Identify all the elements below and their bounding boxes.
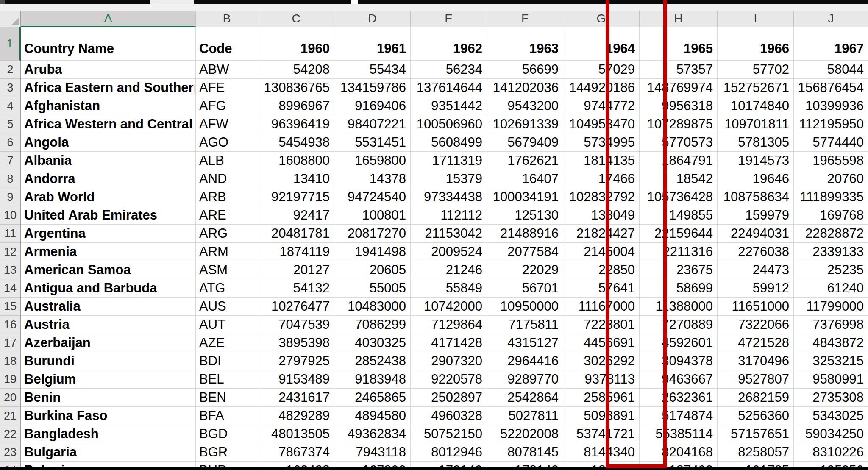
cell-value[interactable]: 9220578 [411, 370, 487, 389]
cell-value[interactable]: 137614644 [411, 79, 487, 97]
cell-value[interactable]: 14378 [334, 170, 411, 188]
cell-value[interactable]: 141202036 [487, 79, 563, 97]
cell-value[interactable]: 2465865 [334, 389, 411, 407]
row-header[interactable]: 23 [0, 443, 21, 462]
row-header[interactable]: 20 [0, 389, 21, 407]
cell-value[interactable]: 59912 [718, 279, 794, 298]
cell-country-code[interactable]: ARB [196, 188, 258, 206]
cell-value[interactable]: 8310226 [794, 443, 868, 462]
cell-value[interactable]: 2502897 [411, 389, 487, 407]
cell-value[interactable]: 100506960 [411, 115, 487, 133]
column-header-g[interactable]: G [563, 11, 640, 27]
cell-value[interactable]: 59034250 [794, 425, 868, 443]
cell-value[interactable]: 49362834 [334, 425, 411, 443]
cell-value[interactable]: 21246 [411, 261, 487, 279]
cell-value[interactable]: 55385114 [640, 425, 718, 443]
cell-value[interactable]: 5256360 [718, 407, 794, 425]
column-header-i[interactable]: I [718, 11, 794, 27]
cell-value[interactable]: 1914573 [718, 152, 794, 170]
cell-value[interactable]: 8204168 [640, 443, 718, 462]
cell-country-code[interactable]: ARG [196, 225, 258, 243]
cell-country-code[interactable]: BEL [196, 370, 258, 389]
cell-value[interactable]: 134159786 [334, 79, 411, 97]
cell-value[interactable]: 3094378 [640, 352, 718, 370]
cell-value[interactable]: 144920186 [563, 79, 640, 97]
cell-value[interactable]: 3253215 [794, 352, 868, 370]
cell-value[interactable]: 112195950 [794, 115, 868, 133]
cell-value[interactable]: 15379 [411, 170, 487, 188]
cell-country-name[interactable]: Benin [21, 389, 196, 407]
cell-value[interactable]: 159979 [718, 206, 794, 225]
column-header-c[interactable]: C [258, 11, 334, 27]
cell-value[interactable]: 10483000 [334, 298, 411, 316]
cell-value[interactable]: 4829289 [258, 407, 334, 425]
row-header[interactable]: 22 [0, 425, 21, 443]
cell-value[interactable]: 2009524 [411, 243, 487, 261]
cell-value[interactable]: 94724540 [334, 188, 411, 206]
row-header[interactable]: 2 [0, 61, 21, 79]
cell-value[interactable]: 4030325 [334, 334, 411, 352]
row-header[interactable]: 5 [0, 115, 21, 133]
cell-value[interactable]: 8996967 [258, 97, 334, 115]
row-header[interactable]: 16 [0, 316, 21, 334]
cell-country-code[interactable]: ATG [196, 279, 258, 298]
cell-value[interactable]: 8258057 [718, 443, 794, 462]
cell-value[interactable]: 20127 [258, 261, 334, 279]
cell-a1-country-name-header[interactable]: Country Name [21, 27, 196, 61]
cell-country-name[interactable]: Angola [21, 133, 196, 152]
cell-value[interactable]: 1814135 [563, 152, 640, 170]
cell-value[interactable]: 10950000 [487, 298, 563, 316]
cell-value[interactable]: 107289875 [640, 115, 718, 133]
cell-value[interactable]: 9580991 [794, 370, 868, 389]
cell-value[interactable]: 22850 [563, 261, 640, 279]
row-header[interactable]: 17 [0, 334, 21, 352]
cell-value[interactable]: 1941498 [334, 243, 411, 261]
cell-value[interactable]: 21488916 [487, 225, 563, 243]
cell-value[interactable]: 2211316 [640, 243, 718, 261]
cell-value[interactable]: 9956318 [640, 97, 718, 115]
cell-value[interactable]: 7047539 [258, 316, 334, 334]
cell-value[interactable]: 97334438 [411, 188, 487, 206]
cell-country-name[interactable]: Aruba [21, 61, 196, 79]
cell-value[interactable]: 138049 [563, 206, 640, 225]
row-header-1[interactable]: 1 [0, 27, 21, 61]
cell-year-header[interactable]: 1960 [258, 27, 334, 61]
cell-value[interactable]: 7270889 [640, 316, 718, 334]
cell-country-name[interactable]: Africa Western and Central [21, 115, 196, 133]
cell-country-code[interactable]: BGR [196, 443, 258, 462]
row-header[interactable]: 15 [0, 298, 21, 316]
cell-value[interactable]: 21153042 [411, 225, 487, 243]
cell-country-code[interactable]: BFA [196, 407, 258, 425]
cell-value[interactable]: 11388000 [640, 298, 718, 316]
column-header-b[interactable]: B [196, 11, 258, 27]
cell-value[interactable]: 8012946 [411, 443, 487, 462]
cell-value[interactable]: 5781305 [718, 133, 794, 152]
cell-value[interactable]: 8078145 [487, 443, 563, 462]
row-header[interactable]: 3 [0, 79, 21, 97]
cell-value[interactable]: 2682159 [718, 389, 794, 407]
cell-value[interactable]: 1864791 [640, 152, 718, 170]
column-header-d[interactable]: D [334, 11, 411, 27]
cell-value[interactable]: 5454938 [258, 133, 334, 152]
cell-year-header[interactable]: 1965 [640, 27, 718, 61]
cell-value[interactable]: 9527807 [718, 370, 794, 389]
cell-country-name[interactable]: Burkina Faso [21, 407, 196, 425]
cell-country-name[interactable]: Afghanistan [21, 97, 196, 115]
cell-value[interactable]: 5343025 [794, 407, 868, 425]
cell-country-name[interactable]: Antigua and Barbuda [21, 279, 196, 298]
cell-value[interactable]: 148769974 [640, 79, 718, 97]
column-header-j[interactable]: J [794, 11, 868, 27]
cell-year-header[interactable]: 1964 [563, 27, 640, 61]
row-header[interactable]: 8 [0, 170, 21, 188]
cell-value[interactable]: 20760 [794, 170, 868, 188]
row-header[interactable]: 9 [0, 188, 21, 206]
cell-value[interactable]: 57157651 [718, 425, 794, 443]
cell-value[interactable]: 7322066 [718, 316, 794, 334]
row-header[interactable]: 7 [0, 152, 21, 170]
cell-country-name[interactable]: Belgium [21, 370, 196, 389]
cell-value[interactable]: 56234 [411, 61, 487, 79]
cell-value[interactable]: 10399936 [794, 97, 868, 115]
cell-value[interactable]: 4843872 [794, 334, 868, 352]
cell-value[interactable]: 22828872 [794, 225, 868, 243]
cell-value[interactable]: 16407 [487, 170, 563, 188]
